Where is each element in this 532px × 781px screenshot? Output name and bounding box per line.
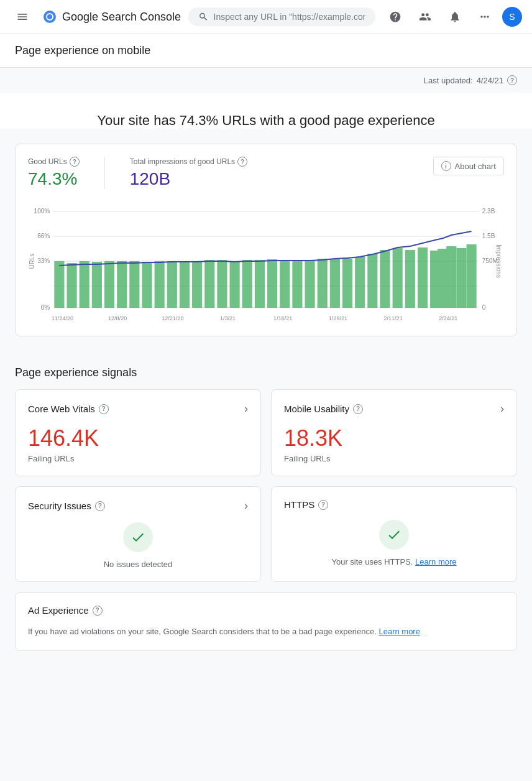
svg-text:1/29/21: 1/29/21 [329,315,347,321]
mobile-usability-title-wrap: Mobile Usability ? [284,404,363,414]
ad-experience-title: Ad Experience [28,605,89,616]
menu-button[interactable] [10,4,35,29]
total-impressions-help-icon[interactable]: ? [237,157,247,167]
good-urls-metric: Good URLs ? 74.3% [28,157,80,189]
svg-rect-17 [66,263,76,308]
https-status: Your site uses HTTPS. Learn more [284,557,504,566]
mobile-usability-value: 18.3K [284,425,504,451]
core-web-vitals-chevron-icon: › [244,402,248,415]
svg-text:0%: 0% [41,304,50,311]
svg-rect-27 [192,262,202,308]
svg-rect-43 [393,248,403,308]
last-updated-label: Last updated: [424,76,473,85]
security-issues-card[interactable]: Security Issues ? › No issues detected [15,486,261,582]
svg-rect-41 [367,254,377,308]
svg-rect-49 [456,248,466,308]
core-web-vitals-help-icon[interactable]: ? [99,404,109,414]
security-issues-header: Security Issues ? › [28,499,248,512]
good-urls-label: Good URLs ? [28,157,80,167]
svg-rect-50 [467,244,477,308]
signals-section: Page experience signals Core Web Vitals … [0,351,532,651]
last-updated-help-icon[interactable]: ? [507,75,517,85]
logo: Google Search Console [42,9,181,24]
search-bar[interactable] [188,7,375,26]
svg-rect-37 [318,259,328,308]
core-web-vitals-title-wrap: Core Web Vitals ? [28,404,109,414]
svg-rect-23 [142,262,152,308]
ad-experience-card[interactable]: Ad Experience ? If you have ad violation… [15,592,517,651]
svg-text:Impressions: Impressions [495,244,502,278]
apps-button[interactable] [472,4,497,29]
svg-text:1/16/21: 1/16/21 [273,315,292,321]
signals-grid: Core Web Vitals ? › 146.4K Failing URLs … [15,389,517,582]
svg-text:URLs: URLs [29,254,35,269]
header: Google Search Console S [0,0,532,34]
last-updated-date: 4/24/21 [477,76,503,85]
svg-text:0: 0 [482,304,486,311]
ad-experience-header: Ad Experience ? [28,605,504,616]
svg-text:1/3/21: 1/3/21 [220,315,236,321]
search-icon [198,11,208,22]
accounts-button[interactable] [413,4,438,29]
chart-header: Good URLs ? 74.3% Total impressions of g… [28,157,504,189]
help-button[interactable] [383,4,408,29]
svg-rect-18 [80,261,89,308]
security-issues-check-circle [123,522,153,552]
svg-rect-24 [155,261,165,308]
ad-experience-body: If you have ad violations on your site, … [28,626,504,638]
svg-rect-28 [204,260,214,308]
https-body: Your site uses HTTPS. Learn more [284,520,504,566]
svg-rect-35 [292,260,302,308]
ad-experience-learn-more-link[interactable]: Learn more [378,627,420,636]
page-title: Page experience on mobile [15,44,517,57]
security-issues-check-icon [131,530,145,545]
svg-rect-21 [117,261,127,308]
chart-area: 100% 66% 33% 0% URLs 2.3B 1.5B 750M 0 Im… [28,199,504,323]
header-icons: S [383,4,522,29]
avatar[interactable]: S [502,7,522,27]
https-card[interactable]: HTTPS ? Your site uses HTTPS. Learn more [271,486,517,582]
notifications-button[interactable] [443,4,467,29]
mobile-usability-help-icon[interactable]: ? [353,404,363,414]
svg-point-0 [44,11,56,23]
hero-title: Your site has 74.3% URLs with a good pag… [15,113,517,129]
core-web-vitals-body: 146.4K Failing URLs [28,425,248,463]
svg-rect-39 [342,259,352,308]
mobile-usability-label: Failing URLs [284,454,504,463]
svg-rect-25 [167,261,177,308]
https-header: HTTPS ? [284,499,504,510]
security-issues-chevron-icon: › [244,499,248,512]
core-web-vitals-card[interactable]: Core Web Vitals ? › 146.4K Failing URLs [15,389,261,476]
about-chart-button[interactable]: i About chart [433,157,505,175]
svg-text:100%: 100% [34,208,50,215]
https-help-icon[interactable]: ? [318,500,328,510]
security-issues-status: No issues detected [28,560,248,569]
ad-experience-title-wrap: Ad Experience ? [28,605,103,616]
svg-rect-19 [92,262,102,308]
svg-text:2/11/21: 2/11/21 [383,315,402,321]
svg-rect-31 [242,260,252,308]
https-check-circle [379,520,409,550]
svg-text:2.3B: 2.3B [482,208,495,215]
ad-experience-help-icon[interactable]: ? [93,606,103,616]
security-issues-help-icon[interactable]: ? [95,501,105,511]
https-learn-more-link[interactable]: Learn more [415,557,456,566]
svg-rect-38 [330,259,340,308]
search-input[interactable] [214,12,366,22]
svg-rect-26 [180,261,190,308]
svg-rect-22 [129,261,139,308]
svg-text:33%: 33% [37,257,50,264]
good-urls-help-icon[interactable]: ? [70,157,80,167]
svg-rect-48 [446,246,456,308]
logo-text: Google Search Console [62,11,181,24]
mobile-usability-card[interactable]: Mobile Usability ? › 18.3K Failing URLs [271,389,517,476]
core-web-vitals-label: Failing URLs [28,454,248,463]
svg-text:11/24/20: 11/24/20 [52,315,73,321]
svg-text:1.5B: 1.5B [482,233,495,239]
good-urls-value: 74.3% [28,169,80,189]
ad-experience-description: If you have ad violations on your site, … [28,626,504,638]
svg-rect-47 [438,249,447,308]
svg-rect-40 [355,257,365,308]
signals-title: Page experience signals [15,366,517,379]
svg-rect-29 [217,260,227,308]
